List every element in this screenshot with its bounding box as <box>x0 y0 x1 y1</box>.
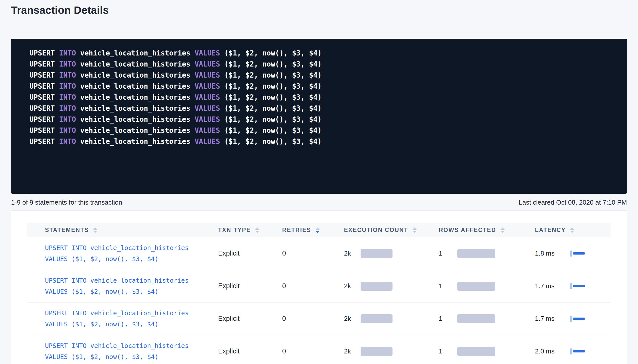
rows-affected-value: 1 <box>439 250 457 257</box>
sql-keyword: INTO <box>59 126 76 135</box>
txn-type-cell: Explicit <box>218 250 282 257</box>
sort-desc-arrow-icon <box>93 231 97 233</box>
sort-icon[interactable] <box>570 227 574 233</box>
sql-keyword: INTO <box>59 60 76 68</box>
column-header-label: TXN TYPE <box>218 227 251 233</box>
txn-type-cell: Explicit <box>218 315 282 323</box>
execution-count-bar <box>361 249 392 258</box>
sort-desc-arrow-icon <box>316 231 320 233</box>
column-header-label: LATENCY <box>535 227 566 233</box>
execution-count-cell: 2k <box>344 314 439 323</box>
statement-line-2: VALUES ($1, $2, now(), $3, $4) <box>45 254 218 265</box>
retries-cell: 0 <box>282 250 344 257</box>
table-row: UPSERT INTO vehicle_location_historiesVA… <box>27 237 611 270</box>
sort-desc-arrow-icon <box>501 231 505 233</box>
statements-table: STATEMENTSTXN TYPERETRIESEXECUTION COUNT… <box>27 223 611 364</box>
execution-count-bar <box>361 347 392 356</box>
rows-affected-bar <box>457 314 495 323</box>
sql-text: ($1, $2, now(), $3, $4) <box>220 71 322 79</box>
statement-link[interactable]: UPSERT INTO vehicle_location_historiesVA… <box>45 242 218 265</box>
statement-line-1: UPSERT INTO vehicle_location_histories <box>45 242 218 254</box>
column-header-retries[interactable]: RETRIES <box>282 227 344 233</box>
sort-icon[interactable] <box>316 227 320 233</box>
latency-bar-chart <box>570 316 585 322</box>
sql-statement-line: UPSERT INTO vehicle_location_histories V… <box>29 114 617 125</box>
retries-cell: 0 <box>282 347 344 355</box>
statement-line-2: VALUES ($1, $2, now(), $3, $4) <box>45 319 218 330</box>
table-header-row: STATEMENTSTXN TYPERETRIESEXECUTION COUNT… <box>27 223 611 237</box>
sql-statement-line: UPSERT INTO vehicle_location_histories V… <box>29 48 617 59</box>
statement-link[interactable]: UPSERT INTO vehicle_location_historiesVA… <box>45 308 218 330</box>
latency-cell: 2.0 ms <box>535 347 611 355</box>
column-header-latency[interactable]: LATENCY <box>535 227 611 233</box>
latency-bar-chart <box>570 348 585 354</box>
sort-asc-arrow-icon <box>413 227 417 230</box>
sql-code-block: UPSERT INTO vehicle_location_histories V… <box>11 39 627 194</box>
sql-keyword: INTO <box>59 115 76 124</box>
latency-value: 1.7 ms <box>535 282 570 290</box>
rows-affected-value: 1 <box>439 347 457 355</box>
statements-table-card: STATEMENTSTXN TYPERETRIESEXECUTION COUNT… <box>11 210 627 364</box>
execution-count-cell: 2k <box>344 249 439 258</box>
latency-bar <box>573 318 585 320</box>
sql-text: UPSERT <box>29 115 59 124</box>
table-row: UPSERT INTO vehicle_location_historiesVA… <box>27 302 611 335</box>
column-header-label: RETRIES <box>282 227 311 233</box>
sql-keyword: VALUES <box>194 60 220 68</box>
latency-cell: 1.7 ms <box>535 282 611 290</box>
page-title: Transaction Details <box>11 4 627 17</box>
sql-text: ($1, $2, now(), $3, $4) <box>220 49 322 57</box>
column-header-txn-type[interactable]: TXN TYPE <box>218 227 282 233</box>
sort-icon[interactable] <box>93 227 97 233</box>
column-header-statements[interactable]: STATEMENTS <box>27 227 218 233</box>
sql-statement-line: UPSERT INTO vehicle_location_histories V… <box>29 92 617 103</box>
last-cleared-text: Last cleared Oct 08, 2020 at 7:10 PM <box>519 198 627 206</box>
sql-text: UPSERT <box>29 126 59 135</box>
statement-link[interactable]: UPSERT INTO vehicle_location_historiesVA… <box>45 275 218 297</box>
table-row: UPSERT INTO vehicle_location_historiesVA… <box>27 270 611 302</box>
rows-affected-cell: 1 <box>439 282 535 291</box>
latency-value: 1.8 ms <box>535 250 570 257</box>
rows-affected-cell: 1 <box>439 314 535 323</box>
sql-keyword: INTO <box>59 82 76 90</box>
latency-bar <box>573 252 585 255</box>
sort-icon[interactable] <box>501 227 505 233</box>
sql-keyword: VALUES <box>194 137 220 146</box>
sql-keyword: INTO <box>59 49 76 57</box>
sql-text: ($1, $2, now(), $3, $4) <box>220 137 322 146</box>
statements-count-summary: 1-9 of 9 statements for this transaction <box>11 198 122 206</box>
statement-link[interactable]: UPSERT INTO vehicle_location_historiesVA… <box>45 340 218 362</box>
statement-line-1: UPSERT INTO vehicle_location_histories <box>45 340 218 351</box>
statement-cell: UPSERT INTO vehicle_location_historiesVA… <box>27 242 218 265</box>
sort-desc-arrow-icon <box>255 231 259 233</box>
sql-keyword: VALUES <box>194 126 220 135</box>
sql-text: ($1, $2, now(), $3, $4) <box>220 60 322 68</box>
txn-type-cell: Explicit <box>218 282 282 290</box>
column-header-label: ROWS AFFECTED <box>439 227 496 233</box>
execution-count-bar <box>361 314 392 323</box>
sql-statement-line: UPSERT INTO vehicle_location_histories V… <box>29 81 617 92</box>
sort-icon[interactable] <box>255 227 259 233</box>
statement-cell: UPSERT INTO vehicle_location_historiesVA… <box>27 340 218 362</box>
sort-asc-arrow-icon <box>570 227 574 230</box>
column-header-execution-count[interactable]: EXECUTION COUNT <box>344 227 439 233</box>
sql-text: vehicle_location_histories <box>76 126 194 135</box>
sql-text: UPSERT <box>29 93 59 101</box>
rows-affected-value: 1 <box>439 282 457 290</box>
sql-keyword: INTO <box>59 104 76 112</box>
column-header-rows-affected[interactable]: ROWS AFFECTED <box>439 227 535 233</box>
sort-asc-arrow-icon <box>93 227 97 230</box>
sort-asc-arrow-icon <box>501 227 505 230</box>
sort-icon[interactable] <box>413 227 417 233</box>
latency-tick-icon <box>570 251 572 257</box>
sql-text: ($1, $2, now(), $3, $4) <box>220 93 322 101</box>
sql-text: ($1, $2, now(), $3, $4) <box>220 104 322 112</box>
sql-statement-line: UPSERT INTO vehicle_location_histories V… <box>29 70 617 81</box>
retries-cell: 0 <box>282 282 344 290</box>
sql-keyword: VALUES <box>194 82 220 90</box>
latency-bar-chart <box>570 283 585 289</box>
statement-line-2: VALUES ($1, $2, now(), $3, $4) <box>45 351 218 362</box>
txn-type-cell: Explicit <box>218 347 282 355</box>
rows-affected-bar <box>457 282 495 291</box>
latency-tick-icon <box>570 283 572 289</box>
